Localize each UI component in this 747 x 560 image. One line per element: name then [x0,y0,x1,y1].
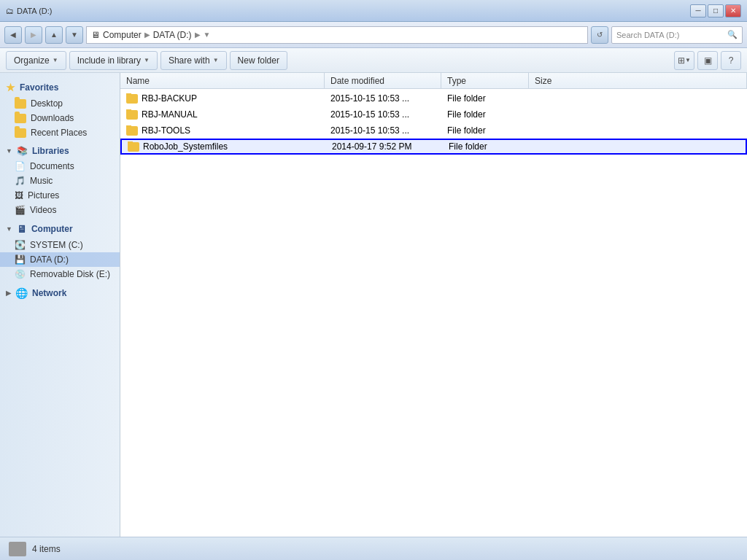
computer-icon: 🖥 [17,223,27,235]
sidebar-item-downloads[interactable]: Downloads [0,111,120,125]
share-with-button[interactable]: Share with ▼ [160,51,227,70]
recent-locations-button[interactable]: ▼ [66,26,83,44]
sidebar-item-data-d[interactable]: 💾 DATA (D:) [0,252,120,267]
col-header-type[interactable]: Type [441,73,529,88]
documents-icon: 📄 [15,161,26,171]
collapse-arrow-network: ▶ [6,289,11,297]
libraries-section: ▼ 📚 Libraries 📄 Documents 🎵 Music 🖼 Pict… [0,143,120,217]
new-folder-button[interactable]: New folder [230,51,287,70]
address-bar: ◀ ▶ ▲ ▼ 🖥 Computer ▶ DATA (D:) ▶ ▼ ↺ Sea… [0,22,747,48]
search-placeholder: Search DATA (D:) [616,31,679,39]
file-name-cell: RBJ-MANUAL [120,109,325,120]
file-list: RBJ-BACKUP 2015-10-15 10:53 ... File fol… [120,89,747,537]
search-box[interactable]: Search DATA (D:) 🔍 [611,26,743,44]
sidebar-item-videos[interactable]: 🎬 Videos [0,203,120,217]
network-icon: 🌐 [15,287,28,299]
title-bar-controls: ─ □ ✕ [690,4,741,18]
folder-icon [126,94,138,104]
removable-drive-icon: 💿 [15,269,26,279]
file-type-cell: File folder [441,109,529,120]
column-headers: Name Date modified Type Size [120,73,747,89]
title-icon: 🗂 [6,7,14,15]
sidebar-item-recent-places[interactable]: Recent Places [0,125,120,140]
file-name-cell: RBJ-BACKUP [120,93,325,104]
data-drive-icon: 💾 [15,254,26,265]
main-area: ★ Favorites Desktop Downloads Recent Pla… [0,73,747,537]
videos-icon: 🎬 [15,205,26,215]
libraries-header[interactable]: ▼ 📚 Libraries [0,143,120,159]
preview-pane-button[interactable]: ▣ [697,51,718,70]
sidebar-item-music[interactable]: 🎵 Music [0,174,120,188]
table-row[interactable]: RBJ-MANUAL 2015-10-15 10:53 ... File fol… [120,106,747,122]
col-header-size[interactable]: Size [529,73,747,88]
file-name-cell: RBJ-TOOLS [120,125,325,136]
file-type-cell: File folder [443,141,530,152]
sidebar-item-desktop[interactable]: Desktop [0,96,120,111]
desktop-folder-icon [15,99,26,109]
minimize-button[interactable]: ─ [690,4,706,18]
path-arrow-2: ▶ [195,31,201,39]
file-type-cell: File folder [441,93,529,104]
network-section: ▶ 🌐 Network [0,284,120,302]
view-options-button[interactable]: ⊞▼ [674,51,694,70]
title-bar: 🗂 DATA (D:) ─ □ ✕ [0,0,747,22]
collapse-arrow-libraries: ▼ [6,147,12,155]
search-icon: 🔍 [727,30,738,39]
forward-button[interactable]: ▶ [25,26,42,44]
content-area: Name Date modified Type Size RBJ-BACKUP … [120,73,747,537]
table-row[interactable]: RoboJob_Systemfiles 2014-09-17 9:52 PM F… [120,139,747,155]
downloads-folder-icon [15,114,26,123]
sidebar: ★ Favorites Desktop Downloads Recent Pla… [0,73,120,537]
sidebar-item-pictures[interactable]: 🖼 Pictures [0,188,120,203]
libraries-icon: 📚 [17,146,28,156]
collapse-arrow-computer: ▼ [6,225,12,233]
col-header-date[interactable]: Date modified [325,73,441,88]
status-drive-icon [9,542,26,556]
favorites-header[interactable]: ★ Favorites [0,79,120,96]
include-arrow: ▼ [144,57,150,63]
folder-icon [126,110,138,120]
organize-button[interactable]: Organize ▼ [6,51,66,70]
close-button[interactable]: ✕ [725,4,741,18]
path-drive: DATA (D:) [153,30,192,40]
file-date-cell: 2014-09-17 9:52 PM [326,141,443,152]
organize-arrow: ▼ [53,57,58,63]
file-type-cell: File folder [441,125,529,136]
computer-section: ▼ 🖥 Computer 💽 SYSTEM (C:) 💾 DATA (D:) 💿… [0,220,120,281]
refresh-button[interactable]: ↺ [591,26,608,44]
music-icon: 🎵 [15,176,26,186]
folder-icon [126,126,138,136]
toolbar: Organize ▼ Include in library ▼ Share wi… [0,48,747,73]
include-in-library-button[interactable]: Include in library ▼ [69,51,158,70]
network-header[interactable]: ▶ 🌐 Network [0,284,120,302]
title-bar-title: 🗂 DATA (D:) [6,7,52,15]
table-row[interactable]: RBJ-BACKUP 2015-10-15 10:53 ... File fol… [120,90,747,106]
system-drive-icon: 💽 [15,240,26,250]
path-icon: 🖥 [91,30,100,40]
up-button[interactable]: ▲ [45,26,63,44]
pictures-icon: 🖼 [15,190,23,201]
path-dropdown[interactable]: ▼ [204,31,211,39]
help-button[interactable]: ? [721,51,741,70]
share-arrow: ▼ [213,57,219,63]
maximize-button[interactable]: □ [708,4,724,18]
address-path[interactable]: 🖥 Computer ▶ DATA (D:) ▶ ▼ [86,26,588,44]
sidebar-item-removable-e[interactable]: 💿 Removable Disk (E:) [0,267,120,281]
status-item-count: 4 items [32,544,61,554]
status-bar: 4 items [0,537,747,560]
file-name-cell: RoboJob_Systemfiles [122,141,326,152]
path-arrow-1: ▶ [144,31,150,39]
favorites-section: ★ Favorites Desktop Downloads Recent Pla… [0,79,120,140]
file-date-cell: 2015-10-15 10:53 ... [325,93,441,104]
sidebar-item-system-c[interactable]: 💽 SYSTEM (C:) [0,238,120,252]
back-button[interactable]: ◀ [4,26,22,44]
computer-header[interactable]: ▼ 🖥 Computer [0,220,120,238]
recent-places-folder-icon [15,128,26,138]
sidebar-item-documents[interactable]: 📄 Documents [0,159,120,174]
file-date-cell: 2015-10-15 10:53 ... [325,125,441,136]
toolbar-right: ⊞▼ ▣ ? [674,51,741,70]
col-header-name[interactable]: Name [120,73,325,88]
favorites-icon: ★ [6,82,15,93]
path-computer: Computer [103,30,142,40]
table-row[interactable]: RBJ-TOOLS 2015-10-15 10:53 ... File fold… [120,122,747,139]
